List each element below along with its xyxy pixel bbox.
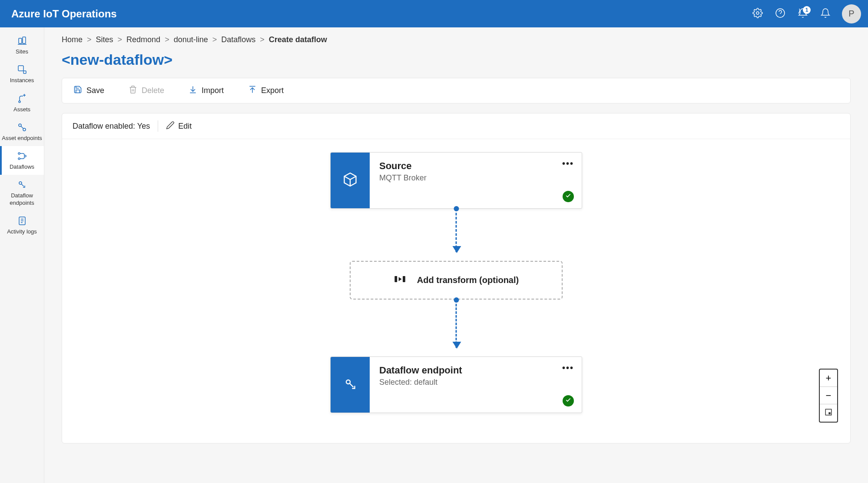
svg-rect-25 bbox=[403, 276, 405, 282]
sidebar-item-label: Instances bbox=[10, 77, 34, 84]
svg-point-8 bbox=[19, 101, 20, 103]
source-subtitle: MQTT Broker bbox=[379, 173, 572, 183]
endpoint-subtitle: Selected: default bbox=[379, 378, 572, 387]
endpoint-title: Dataflow endpoint bbox=[379, 365, 572, 376]
sidebar-item-label: Assets bbox=[13, 106, 30, 113]
sidebar-item-label: Sites bbox=[16, 48, 28, 55]
settings-button[interactable] bbox=[752, 8, 764, 20]
svg-rect-6 bbox=[18, 66, 23, 71]
svg-point-11 bbox=[18, 153, 20, 154]
breadcrumb-sites[interactable]: Sites bbox=[96, 35, 113, 44]
status-bar: Dataflow enabled: Yes Edit bbox=[62, 113, 850, 139]
dataflow-enabled-label: Dataflow enabled: Yes bbox=[73, 122, 150, 131]
sidebar-item-assets[interactable]: Assets bbox=[0, 89, 44, 117]
app-header: Azure IoT Operations 1 bbox=[0, 0, 868, 27]
minus-icon: − bbox=[826, 390, 832, 401]
sidebar-item-dataflows[interactable]: Dataflows bbox=[0, 146, 44, 175]
svg-point-1 bbox=[776, 9, 785, 17]
sidebar-item-sites[interactable]: Sites bbox=[0, 31, 44, 60]
check-icon bbox=[565, 397, 571, 405]
main-content: Home > Sites > Redmond > donut-line > Da… bbox=[44, 27, 868, 483]
transform-label: Add transform (optional) bbox=[417, 275, 519, 285]
zoom-out-button[interactable]: − bbox=[820, 387, 837, 404]
zoom-in-button[interactable]: + bbox=[820, 370, 837, 387]
save-label: Save bbox=[86, 86, 104, 95]
delete-label: Delete bbox=[142, 86, 164, 95]
source-menu-button[interactable]: ••• bbox=[562, 159, 574, 169]
export-icon bbox=[248, 85, 257, 96]
zoom-controls: + − bbox=[819, 369, 838, 423]
connector-2 bbox=[456, 300, 457, 348]
sidebar-item-asset-endpoints[interactable]: Asset endpoints bbox=[0, 117, 44, 146]
add-transform-button[interactable]: Add transform (optional) bbox=[350, 261, 563, 300]
edit-button[interactable]: Edit bbox=[166, 121, 192, 132]
endpoint-node[interactable]: Dataflow endpoint Selected: default ••• bbox=[330, 356, 582, 413]
svg-rect-24 bbox=[394, 276, 397, 282]
svg-rect-28 bbox=[829, 413, 831, 414]
sidebar-item-instances[interactable]: Instances bbox=[0, 60, 44, 88]
transform-icon bbox=[394, 273, 406, 287]
canvas-panel: Dataflow enabled: Yes Edit bbox=[62, 113, 851, 443]
trash-icon bbox=[129, 85, 137, 96]
save-button[interactable]: Save bbox=[71, 83, 107, 99]
sidebar: Sites Instances Assets Asset endpoints bbox=[0, 27, 44, 483]
breadcrumb-home[interactable]: Home bbox=[62, 35, 83, 44]
flow-area: Source MQTT Broker ••• bbox=[62, 139, 850, 435]
export-label: Export bbox=[261, 86, 284, 95]
breadcrumb-donut-line[interactable]: donut-line bbox=[174, 35, 208, 44]
zoom-fit-button[interactable] bbox=[820, 404, 837, 422]
breadcrumb: Home > Sites > Redmond > donut-line > Da… bbox=[62, 35, 851, 44]
instances-icon bbox=[17, 64, 28, 75]
sidebar-item-label: Dataflows bbox=[10, 163, 34, 170]
source-status-ok bbox=[563, 191, 574, 202]
dataflow-endpoints-icon bbox=[17, 179, 28, 190]
sidebar-item-label: Asset endpoints bbox=[2, 135, 42, 142]
import-button[interactable]: Import bbox=[186, 83, 226, 99]
connector-1 bbox=[456, 209, 457, 252]
svg-rect-4 bbox=[23, 37, 26, 43]
sidebar-item-dataflow-endpoints[interactable]: Dataflow endpoints bbox=[0, 175, 44, 211]
check-icon bbox=[565, 193, 571, 200]
fit-icon bbox=[825, 407, 832, 419]
bell-icon bbox=[820, 8, 831, 20]
breadcrumb-dataflows[interactable]: Dataflows bbox=[221, 35, 255, 44]
header-actions: 1 P bbox=[752, 4, 861, 23]
activity-logs-icon bbox=[17, 215, 28, 227]
svg-rect-3 bbox=[19, 38, 22, 43]
breadcrumb-redmond[interactable]: Redmond bbox=[126, 35, 160, 44]
dataflows-icon bbox=[17, 150, 28, 162]
delete-button: Delete bbox=[126, 83, 167, 99]
asset-endpoints-icon bbox=[17, 122, 28, 133]
sidebar-item-activity-logs[interactable]: Activity logs bbox=[0, 211, 44, 240]
source-node[interactable]: Source MQTT Broker ••• bbox=[330, 152, 582, 209]
export-button[interactable]: Export bbox=[245, 83, 286, 99]
source-icon-box bbox=[331, 153, 370, 208]
edit-label: Edit bbox=[178, 122, 192, 131]
pencil-icon bbox=[166, 121, 175, 132]
svg-point-0 bbox=[756, 12, 759, 14]
svg-point-12 bbox=[18, 158, 20, 160]
cube-icon bbox=[342, 172, 358, 189]
avatar[interactable]: P bbox=[842, 4, 861, 23]
gear-icon bbox=[752, 8, 763, 20]
sidebar-item-label: Activity logs bbox=[7, 228, 37, 235]
notifications-button[interactable] bbox=[819, 8, 832, 20]
endpoint-status-ok bbox=[563, 395, 574, 406]
import-icon bbox=[189, 85, 197, 96]
endpoint-menu-button[interactable]: ••• bbox=[562, 363, 574, 373]
import-label: Import bbox=[202, 86, 224, 95]
svg-point-13 bbox=[24, 155, 26, 157]
app-title: Azure IoT Operations bbox=[11, 8, 117, 20]
alerts-button[interactable]: 1 bbox=[797, 8, 809, 20]
sites-icon bbox=[17, 35, 28, 47]
save-icon bbox=[73, 85, 82, 96]
toolbar: Save Delete Import bbox=[62, 78, 851, 103]
help-button[interactable] bbox=[774, 8, 786, 20]
sidebar-item-label: Dataflow endpoints bbox=[2, 192, 42, 207]
question-icon bbox=[775, 8, 785, 20]
plus-icon: + bbox=[826, 373, 832, 384]
endpoint-icon bbox=[342, 376, 358, 393]
endpoint-icon-box bbox=[331, 357, 370, 413]
assets-icon bbox=[17, 93, 28, 104]
breadcrumb-current: Create dataflow bbox=[269, 35, 327, 44]
